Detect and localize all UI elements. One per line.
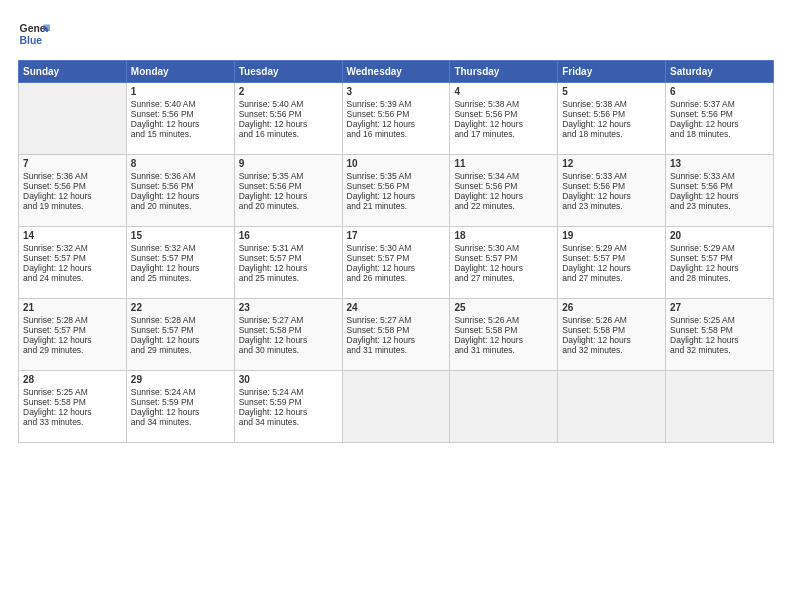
- header-cell-tuesday: Tuesday: [234, 61, 342, 83]
- day-info-line: Sunset: 5:59 PM: [131, 397, 230, 407]
- day-info-line: Daylight: 12 hours: [454, 119, 553, 129]
- week-row-1: 1Sunrise: 5:40 AMSunset: 5:56 PMDaylight…: [19, 83, 774, 155]
- day-info-line: and 23 minutes.: [562, 201, 661, 211]
- header-cell-monday: Monday: [126, 61, 234, 83]
- day-info-line: and 16 minutes.: [239, 129, 338, 139]
- day-cell: 4Sunrise: 5:38 AMSunset: 5:56 PMDaylight…: [450, 83, 558, 155]
- day-info-line: Daylight: 12 hours: [239, 191, 338, 201]
- day-info-line: and 18 minutes.: [670, 129, 769, 139]
- day-info-line: Daylight: 12 hours: [670, 191, 769, 201]
- day-info-line: Daylight: 12 hours: [347, 191, 446, 201]
- day-info-line: Sunset: 5:56 PM: [454, 109, 553, 119]
- day-info-line: Sunrise: 5:33 AM: [670, 171, 769, 181]
- day-number: 29: [131, 374, 230, 385]
- day-info-line: Daylight: 12 hours: [347, 119, 446, 129]
- day-info-line: Sunset: 5:56 PM: [131, 181, 230, 191]
- day-info-line: and 33 minutes.: [23, 417, 122, 427]
- day-cell: 1Sunrise: 5:40 AMSunset: 5:56 PMDaylight…: [126, 83, 234, 155]
- day-info-line: and 15 minutes.: [131, 129, 230, 139]
- day-number: 19: [562, 230, 661, 241]
- week-row-2: 7Sunrise: 5:36 AMSunset: 5:56 PMDaylight…: [19, 155, 774, 227]
- day-info-line: and 29 minutes.: [131, 345, 230, 355]
- day-info-line: and 20 minutes.: [239, 201, 338, 211]
- day-cell: 22Sunrise: 5:28 AMSunset: 5:57 PMDayligh…: [126, 299, 234, 371]
- day-cell: [558, 371, 666, 443]
- day-info-line: Daylight: 12 hours: [239, 263, 338, 273]
- day-number: 24: [347, 302, 446, 313]
- day-cell: 29Sunrise: 5:24 AMSunset: 5:59 PMDayligh…: [126, 371, 234, 443]
- day-info-line: and 30 minutes.: [239, 345, 338, 355]
- day-info-line: and 24 minutes.: [23, 273, 122, 283]
- day-info-line: Sunrise: 5:32 AM: [23, 243, 122, 253]
- week-row-5: 28Sunrise: 5:25 AMSunset: 5:58 PMDayligh…: [19, 371, 774, 443]
- day-cell: 6Sunrise: 5:37 AMSunset: 5:56 PMDaylight…: [666, 83, 774, 155]
- day-info-line: and 31 minutes.: [347, 345, 446, 355]
- page: General Blue SundayMondayTuesdayWednesda…: [0, 0, 792, 612]
- day-cell: [666, 371, 774, 443]
- day-info-line: and 26 minutes.: [347, 273, 446, 283]
- day-info-line: Sunset: 5:58 PM: [347, 325, 446, 335]
- day-info-line: Daylight: 12 hours: [347, 263, 446, 273]
- day-cell: [19, 83, 127, 155]
- day-number: 18: [454, 230, 553, 241]
- day-info-line: Sunrise: 5:28 AM: [131, 315, 230, 325]
- day-info-line: Sunrise: 5:37 AM: [670, 99, 769, 109]
- day-number: 27: [670, 302, 769, 313]
- day-info-line: Daylight: 12 hours: [239, 407, 338, 417]
- day-number: 14: [23, 230, 122, 241]
- day-info-line: and 23 minutes.: [670, 201, 769, 211]
- day-number: 16: [239, 230, 338, 241]
- day-cell: 2Sunrise: 5:40 AMSunset: 5:56 PMDaylight…: [234, 83, 342, 155]
- day-cell: 5Sunrise: 5:38 AMSunset: 5:56 PMDaylight…: [558, 83, 666, 155]
- day-info-line: and 16 minutes.: [347, 129, 446, 139]
- day-info-line: and 34 minutes.: [239, 417, 338, 427]
- day-info-line: Sunrise: 5:34 AM: [454, 171, 553, 181]
- day-info-line: Sunset: 5:57 PM: [131, 253, 230, 263]
- day-info-line: and 25 minutes.: [239, 273, 338, 283]
- day-info-line: Sunrise: 5:35 AM: [347, 171, 446, 181]
- day-info-line: Sunrise: 5:36 AM: [131, 171, 230, 181]
- day-info-line: Daylight: 12 hours: [131, 263, 230, 273]
- day-number: 12: [562, 158, 661, 169]
- day-info-line: Sunrise: 5:38 AM: [454, 99, 553, 109]
- day-cell: 7Sunrise: 5:36 AMSunset: 5:56 PMDaylight…: [19, 155, 127, 227]
- day-info-line: and 25 minutes.: [131, 273, 230, 283]
- day-info-line: Sunrise: 5:29 AM: [670, 243, 769, 253]
- day-cell: 28Sunrise: 5:25 AMSunset: 5:58 PMDayligh…: [19, 371, 127, 443]
- day-info-line: Sunrise: 5:25 AM: [670, 315, 769, 325]
- day-info-line: Sunrise: 5:26 AM: [454, 315, 553, 325]
- day-info-line: Daylight: 12 hours: [670, 335, 769, 345]
- header-cell-thursday: Thursday: [450, 61, 558, 83]
- day-info-line: Sunset: 5:56 PM: [239, 109, 338, 119]
- day-info-line: Sunset: 5:56 PM: [347, 181, 446, 191]
- header-row: SundayMondayTuesdayWednesdayThursdayFrid…: [19, 61, 774, 83]
- day-info-line: Sunrise: 5:29 AM: [562, 243, 661, 253]
- day-number: 20: [670, 230, 769, 241]
- day-info-line: and 22 minutes.: [454, 201, 553, 211]
- week-row-4: 21Sunrise: 5:28 AMSunset: 5:57 PMDayligh…: [19, 299, 774, 371]
- day-info-line: Sunrise: 5:31 AM: [239, 243, 338, 253]
- day-cell: 17Sunrise: 5:30 AMSunset: 5:57 PMDayligh…: [342, 227, 450, 299]
- calendar-table: SundayMondayTuesdayWednesdayThursdayFrid…: [18, 60, 774, 443]
- day-cell: 12Sunrise: 5:33 AMSunset: 5:56 PMDayligh…: [558, 155, 666, 227]
- day-info-line: Sunrise: 5:24 AM: [131, 387, 230, 397]
- day-info-line: Sunset: 5:56 PM: [670, 109, 769, 119]
- day-info-line: Sunrise: 5:39 AM: [347, 99, 446, 109]
- header: General Blue: [18, 18, 774, 50]
- day-info-line: Sunset: 5:56 PM: [562, 109, 661, 119]
- day-number: 22: [131, 302, 230, 313]
- day-info-line: Sunset: 5:56 PM: [23, 181, 122, 191]
- day-info-line: Sunset: 5:59 PM: [239, 397, 338, 407]
- day-number: 9: [239, 158, 338, 169]
- day-number: 28: [23, 374, 122, 385]
- day-info-line: Sunrise: 5:36 AM: [23, 171, 122, 181]
- day-number: 17: [347, 230, 446, 241]
- day-info-line: Daylight: 12 hours: [131, 119, 230, 129]
- day-info-line: Sunset: 5:58 PM: [454, 325, 553, 335]
- day-info-line: and 27 minutes.: [562, 273, 661, 283]
- svg-text:Blue: Blue: [20, 35, 43, 46]
- day-info-line: Daylight: 12 hours: [23, 335, 122, 345]
- day-info-line: Sunset: 5:56 PM: [454, 181, 553, 191]
- day-cell: [450, 371, 558, 443]
- day-info-line: Sunset: 5:57 PM: [562, 253, 661, 263]
